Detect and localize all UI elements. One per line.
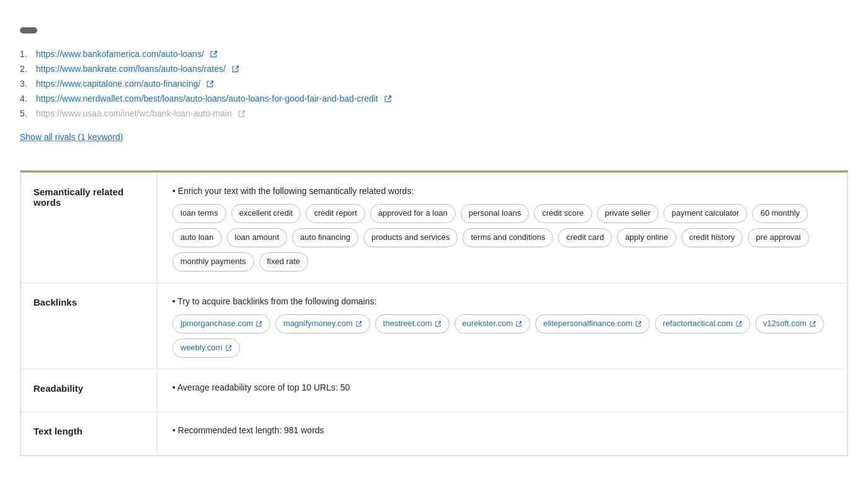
semantic-tag: products and services — [363, 228, 458, 247]
rival-url[interactable]: https://www.usaa.com/inet/wc/bank-loan-a… — [36, 108, 232, 118]
external-link-icon — [515, 320, 522, 327]
rec-label: Backlinks — [21, 283, 157, 369]
external-link-icon — [206, 80, 214, 88]
semantic-tag: credit score — [534, 204, 591, 223]
semantic-tag: credit report — [306, 204, 365, 223]
backlink-tag-label: magnifymoney.com — [283, 317, 353, 330]
recommendations-table: Semantically related words• Enrich your … — [20, 172, 848, 456]
semantic-tag: excellent credit — [231, 204, 301, 223]
backlink-tag-label: weebly.com — [180, 342, 223, 355]
semantic-tag: personal loans — [461, 204, 529, 223]
rec-content: • Enrich your text with the following se… — [157, 173, 848, 283]
rival-url[interactable]: https://www.bankofamerica.com/auto-loans… — [36, 49, 204, 59]
rival-number: 4. — [20, 94, 32, 104]
semantic-tag: pre approval — [748, 228, 808, 247]
rival-number: 3. — [20, 79, 32, 89]
rival-url[interactable]: https://www.bankrate.com/loans/auto-loan… — [36, 64, 226, 74]
rec-content: • Recommended text length: 981 words — [157, 412, 848, 455]
external-link-icon — [735, 320, 742, 327]
backlink-tag-label: thestreet.com — [383, 317, 432, 330]
semantic-tag: loan terms — [172, 204, 226, 223]
backlink-tag[interactable]: elitepersonalfinance.com — [535, 314, 650, 333]
rival-number: 5. — [20, 108, 32, 118]
rec-label: Semantically related words — [21, 173, 157, 283]
external-link-icon — [255, 320, 262, 327]
rival-item: 4.https://www.nerdwallet.com/best/loans/… — [20, 91, 848, 106]
backlink-tag[interactable]: v12soft.com — [755, 314, 824, 333]
rec-intro: • Try to acquire backlinks from the foll… — [172, 294, 832, 308]
rivals-list: 1.https://www.bankofamerica.com/auto-loa… — [20, 46, 848, 121]
keyword-badge — [20, 27, 37, 33]
backlink-tag[interactable]: refactortactical.com — [655, 314, 750, 333]
rec-row: Text length• Recommended text length: 98… — [21, 412, 848, 455]
rec-label: Text length — [21, 412, 157, 455]
show-rivals-link[interactable]: Show all rivals (1 keyword) — [20, 132, 123, 142]
tags-container: jpmorganchase.com magnifymoney.com thest… — [172, 314, 832, 358]
semantic-tag: monthly payments — [172, 252, 254, 272]
backlink-tag-label: refactortactical.com — [663, 317, 733, 330]
rival-item: 1.https://www.bankofamerica.com/auto-loa… — [20, 46, 848, 61]
external-link-icon — [210, 50, 218, 58]
backlink-tag-label: eurekster.com — [463, 317, 513, 330]
external-link-icon — [809, 320, 816, 327]
external-link-icon — [225, 345, 232, 351]
backlink-tag[interactable]: thestreet.com — [375, 314, 450, 333]
semantic-tag: private seller — [597, 204, 659, 223]
backlink-tag[interactable]: eurekster.com — [454, 314, 531, 333]
rec-intro: • Recommended text length: 981 words — [172, 423, 832, 437]
backlink-tag-label: jpmorganchase.com — [180, 317, 253, 330]
rec-row: Backlinks• Try to acquire backlinks from… — [21, 283, 848, 369]
rec-row: Semantically related words• Enrich your … — [21, 173, 848, 283]
backlink-tag[interactable]: jpmorganchase.com — [172, 314, 270, 333]
rec-row: Readability• Average readability score o… — [21, 369, 848, 412]
tags-container: loan termsexcellent creditcredit reporta… — [172, 204, 832, 271]
external-link-icon — [231, 65, 239, 73]
rival-number: 1. — [20, 49, 32, 59]
external-link-icon — [384, 95, 392, 103]
external-link-icon — [435, 320, 441, 327]
rival-item: 2.https://www.bankrate.com/loans/auto-lo… — [20, 61, 848, 76]
rival-url[interactable]: https://www.nerdwallet.com/best/loans/au… — [36, 94, 378, 104]
backlink-tag[interactable]: weebly.com — [172, 338, 240, 358]
rec-intro: • Average readability score of top 10 UR… — [172, 381, 832, 394]
external-link-icon — [237, 110, 246, 118]
semantic-tag: auto loan — [172, 228, 222, 247]
semantic-tag: approved for a loan — [370, 204, 456, 223]
backlink-tag[interactable]: magnifymoney.com — [275, 314, 370, 333]
semantic-tag: apply online — [617, 228, 676, 247]
semantic-tag: credit history — [681, 228, 743, 247]
backlink-tag-label: v12soft.com — [763, 317, 807, 330]
rec-label: Readability — [21, 369, 157, 412]
backlink-tag-label: elitepersonalfinance.com — [543, 317, 632, 330]
semantic-tag: loan amount — [227, 228, 288, 247]
external-link-icon — [355, 320, 362, 327]
rec-content: • Average readability score of top 10 UR… — [157, 369, 848, 412]
recommendations-table-wrapper: Semantically related words• Enrich your … — [20, 170, 848, 456]
semantic-tag: fixed rate — [259, 252, 308, 272]
rec-intro: • Enrich your text with the following se… — [172, 184, 832, 198]
rival-number: 2. — [20, 64, 32, 74]
rec-content: • Try to acquire backlinks from the foll… — [157, 283, 848, 369]
semantic-tag: auto financing — [292, 228, 358, 247]
rival-item: 5.https://www.usaa.com/inet/wc/bank-loan… — [20, 106, 848, 121]
semantic-tag: terms and conditions — [463, 228, 553, 247]
external-link-icon — [635, 320, 642, 327]
rival-item: 3.https://www.capitalone.com/auto-financ… — [20, 76, 848, 91]
semantic-tag: 60 monthly — [752, 204, 808, 223]
rival-url[interactable]: https://www.capitalone.com/auto-financin… — [36, 79, 200, 89]
semantic-tag: payment calculator — [663, 204, 747, 223]
semantic-tag: credit card — [558, 228, 612, 247]
